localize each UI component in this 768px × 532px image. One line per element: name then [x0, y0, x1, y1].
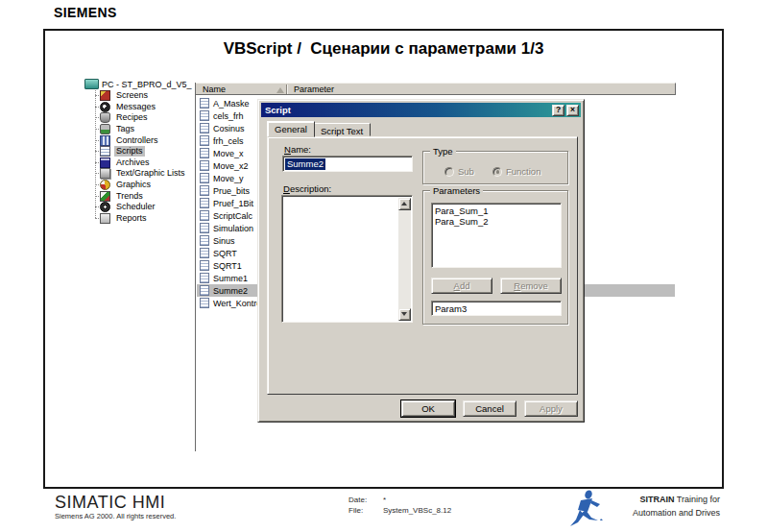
tree-item-controllers[interactable]: Controllers: [95, 134, 195, 146]
script-file-icon: [200, 135, 209, 146]
tree-item-tags[interactable]: Tags: [95, 124, 195, 135]
tree-root-label: PC - ST_BPRO_d_V5_: [102, 80, 192, 89]
column-header-parameter[interactable]: Parameter: [294, 85, 334, 94]
controllers-icon: [100, 135, 110, 146]
add-button-label: Add: [454, 280, 470, 291]
tree-item-graphics[interactable]: Graphics: [95, 180, 195, 191]
radio-function-icon: [492, 167, 502, 177]
tree-item-scheduler[interactable]: Scheduler: [95, 202, 195, 213]
tab-script-text[interactable]: Script Text: [313, 123, 371, 136]
siemens-logo: SIEMENS: [54, 5, 117, 20]
description-scrollbar[interactable]: [398, 198, 411, 321]
tab-content-panel: Name: Summe2 Type Sub Function Descripti…: [267, 136, 578, 395]
tree-item-text-graphic-lists[interactable]: Text/Graphic Lists: [95, 168, 195, 180]
tree-item-label: Messages: [114, 102, 157, 112]
radio-sub[interactable]: Sub: [444, 166, 474, 177]
textlists-icon: [100, 168, 110, 179]
list-item-label: Sinus: [213, 236, 235, 246]
tree-item-label: Scheduler: [114, 202, 157, 212]
file-value: System_VBSc_8.12: [383, 506, 451, 515]
sitrain-brand: SITRAIN: [639, 495, 674, 504]
list-item-label: SQRT: [213, 249, 237, 258]
file-label: File:: [348, 506, 363, 515]
project-tree: ScreensMessagesRecipesTagsControllersScr…: [95, 90, 195, 224]
list-item-label: Simulation: [213, 224, 253, 233]
new-parameter-input[interactable]: Param3: [431, 301, 562, 316]
script-file-icon: [200, 223, 209, 233]
help-button[interactable]: ?: [552, 105, 564, 116]
list-item-label: frh_cels: [213, 136, 244, 146]
project-folder-icon: [84, 79, 99, 89]
close-icon[interactable]: ×: [566, 105, 579, 116]
script-file-icon: [200, 273, 209, 283]
tree-root-node[interactable]: PC - ST_BPRO_d_V5_: [84, 78, 192, 90]
tree-item-label: Recipes: [114, 112, 150, 123]
recipes-icon: [100, 112, 110, 123]
apply-button[interactable]: Apply: [524, 400, 578, 417]
script-file-icon: [200, 173, 209, 183]
tab-general[interactable]: General: [267, 121, 315, 137]
tree-item-label: Screens: [114, 90, 150, 101]
ok-button[interactable]: OK: [401, 400, 455, 417]
script-dialog: Script ? × General Script Text Name: Sum…: [257, 99, 585, 423]
scroll-down-icon[interactable]: [398, 308, 411, 321]
name-input[interactable]: Summe2: [282, 156, 413, 172]
dialog-title: Script: [265, 105, 291, 115]
tree-item-reports[interactable]: Reports: [95, 213, 195, 225]
radio-function[interactable]: Function: [492, 166, 540, 177]
script-file-icon: [200, 185, 209, 196]
parameters-group-label: Parameters: [430, 185, 483, 196]
screens-icon: [100, 90, 110, 101]
parameter-item[interactable]: Para_Sum_1: [432, 206, 561, 216]
scheduler-icon: [100, 202, 110, 212]
date-value: *: [383, 496, 386, 504]
name-label: Name:: [284, 144, 311, 155]
slide-page: SIEMENS VBScript / Сценарии с параметрам…: [0, 0, 768, 532]
script-file-icon: [200, 198, 209, 208]
copyright-text: Siemens AG 2000. All rights reserved.: [55, 512, 176, 520]
script-file-icon: [200, 123, 209, 133]
list-item-label: SQRT1: [213, 261, 242, 271]
list-item-label: Move_x2: [213, 161, 249, 171]
dialog-titlebar[interactable]: Script ? ×: [261, 103, 581, 117]
description-label: Description:: [283, 183, 331, 194]
list-item-label: Move_x: [213, 149, 244, 158]
script-file-icon: [200, 235, 209, 246]
sitrain-tagline-line2: Automation and Drives: [595, 508, 720, 518]
tree-item-label: Tags: [114, 124, 136, 134]
trends-icon: [100, 191, 110, 202]
tree-item-messages[interactable]: Messages: [95, 102, 195, 113]
tree-item-label: Reports: [114, 213, 149, 224]
list-item-label: Move_y: [213, 174, 244, 183]
list-item-label: Summe2: [213, 286, 248, 296]
parameters-listbox[interactable]: Para_Sum_1Para_Sum_2: [431, 203, 562, 268]
list-item-label: ScriptCalc: [213, 211, 252, 221]
tree-item-recipes[interactable]: Recipes: [95, 112, 195, 124]
list-header: Name Parameter: [196, 83, 676, 95]
description-textarea[interactable]: [281, 195, 413, 323]
sitrain-tagline-line1: SITRAIN Training for: [595, 495, 720, 504]
script-file-icon: [200, 98, 209, 109]
tree-item-trends[interactable]: Trends: [95, 190, 195, 202]
sort-ascending-icon: [276, 87, 284, 93]
tree-item-scripts[interactable]: Scripts: [95, 146, 195, 157]
tree-item-label: Text/Graphic Lists: [114, 168, 187, 179]
type-group-label: Type: [430, 146, 456, 157]
scroll-up-icon[interactable]: [398, 198, 411, 210]
add-button[interactable]: Add: [431, 278, 492, 294]
tree-item-label: Archives: [114, 157, 152, 168]
name-input-selected-text: Summe2: [285, 158, 325, 170]
list-item-label: Wert_Kontrol: [213, 299, 263, 308]
parameter-item[interactable]: Para_Sum_2: [432, 216, 561, 227]
tree-item-archives[interactable]: Archives: [95, 157, 195, 169]
simatic-hmi-wordmark: SIMATIC HMI: [55, 493, 165, 513]
tree-item-screens[interactable]: Screens: [95, 90, 195, 102]
script-file-icon: [200, 298, 209, 308]
radio-sub-label: Sub: [458, 166, 474, 177]
radio-function-label: Function: [506, 166, 540, 177]
remove-button-label: Remove: [514, 280, 547, 291]
remove-button[interactable]: Remove: [500, 278, 562, 294]
column-divider[interactable]: [286, 85, 288, 94]
cancel-button[interactable]: Cancel: [463, 400, 516, 417]
column-header-name[interactable]: Name: [203, 85, 226, 94]
